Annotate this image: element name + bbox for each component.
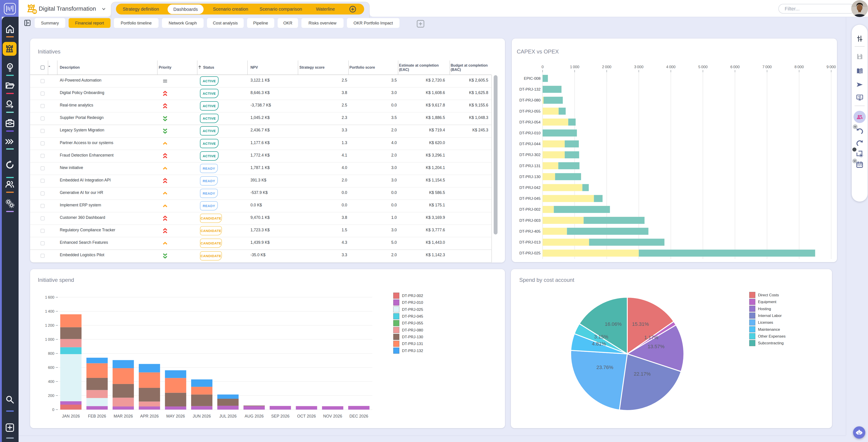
svg-text:Internal Labor: Internal Labor [758, 314, 782, 318]
svg-text:13.57%: 13.57% [648, 344, 664, 349]
svg-text:23.76%: 23.76% [596, 364, 614, 370]
svg-text:4.81%: 4.81% [592, 341, 606, 347]
svg-text:Maintenance: Maintenance [758, 327, 780, 332]
svg-text:Direct Costs: Direct Costs [758, 293, 779, 297]
svg-text:16.06%: 16.06% [605, 321, 622, 327]
svg-text:3.15%: 3.15% [594, 334, 608, 340]
svg-text:Hosting: Hosting [758, 307, 771, 311]
svg-text:Subcontracting: Subcontracting [758, 341, 783, 345]
svg-text:15.31%: 15.31% [632, 321, 649, 327]
svg-text:1.17%: 1.17% [644, 334, 658, 340]
svg-text:22.17%: 22.17% [634, 371, 651, 377]
svg-text:Equipment: Equipment [758, 300, 776, 304]
svg-text:Other Expenses: Other Expenses [758, 334, 785, 338]
svg-text:Licenses: Licenses [758, 320, 773, 325]
